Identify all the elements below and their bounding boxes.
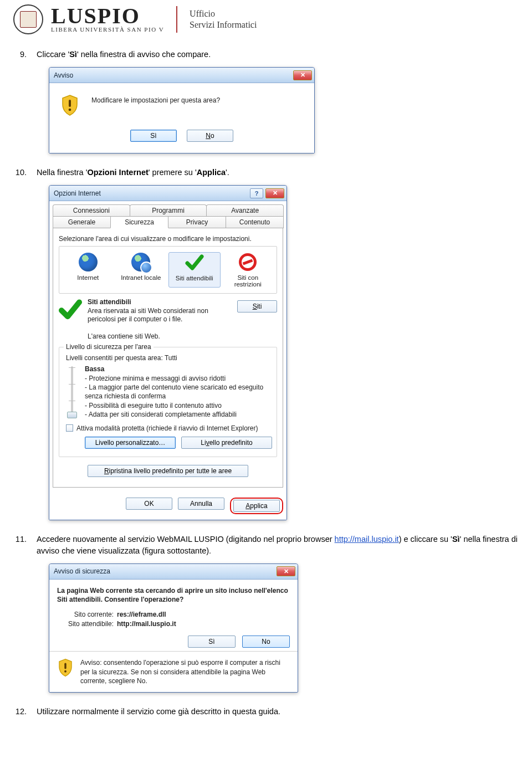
zone-intro: Selezionare l'area di cui visualizzare o… (59, 235, 277, 243)
checkmark-icon (59, 298, 82, 321)
yes-button[interactable]: Sì (130, 130, 177, 142)
custom-level-button[interactable]: Livello personalizzato… (85, 437, 176, 449)
no-button[interactable]: No (187, 130, 233, 142)
protected-mode-checkbox[interactable]: Attiva modalità protetta (richiede il ri… (66, 424, 272, 432)
step-text: Cliccare 'Sì' nella finestra di avviso c… (37, 49, 519, 60)
level-description: Bassa - Protezione minima e messaggi di … (85, 365, 272, 419)
trusted-site-row: Sito attendibile: http://mail.luspio.it (57, 620, 290, 628)
zone-selector: Internet Intranet locale (59, 246, 277, 294)
dialog-title: Avviso (54, 71, 73, 79)
svg-point-3 (64, 670, 66, 673)
step-9: 9. Cliccare 'Sì' nella finestra di avvis… (13, 49, 519, 60)
zone-intranet[interactable]: Intranet locale (116, 252, 167, 288)
step-text: Utilizzare normalmente il servizio come … (37, 706, 519, 718)
step-number: 10. (13, 167, 27, 178)
screenshot-opzioni-internet: Opzioni Internet ? ✕ Connessioni Program… (49, 185, 287, 520)
step-10: 10. Nella finestra 'Opzioni Internet' pr… (13, 167, 519, 178)
zone-restricted[interactable]: Siti conrestrizioni (223, 252, 274, 288)
dialog-title: Opzioni Internet (54, 189, 101, 197)
brand-sub: LIBERA UNIVERSITÀ SAN PIO V (51, 26, 164, 33)
screenshot-avviso-sicurezza: Avviso di sicurezza ✕ La pagina Web corr… (49, 563, 298, 693)
screenshot-avviso: Avviso ✕ Modificare le impostazioni per … (49, 67, 315, 153)
document-header: LUSPIO LIBERA UNIVERSITÀ SAN PIO V Uffic… (13, 0, 519, 47)
office-line1: Ufficio (190, 8, 257, 19)
security-warning-text: Avviso: consentendo l'operazione si può … (80, 658, 290, 685)
cancel-button[interactable]: Annulla (178, 498, 224, 510)
globe-icon (79, 253, 98, 271)
dialog-message: Modificare le impostazioni per questa ar… (91, 94, 220, 104)
svg-point-1 (69, 109, 71, 111)
siti-button[interactable]: Siti (237, 300, 277, 312)
zone-trusted[interactable]: Siti attendibili (168, 252, 221, 288)
checkmark-icon (185, 253, 204, 272)
dialog-titlebar: Opzioni Internet ? ✕ (49, 186, 287, 201)
forbidden-icon (239, 253, 257, 271)
current-site-row: Sito corrente: res://ieframe.dll (57, 611, 290, 618)
tab-generale[interactable]: Generale (53, 216, 111, 228)
security-question: La pagina Web corrente sta cercando di a… (57, 586, 290, 604)
brand-block: LUSPIO LIBERA UNIVERSITÀ SAN PIO V (51, 6, 164, 33)
step-number: 11. (13, 534, 27, 557)
divider (176, 6, 177, 33)
dialog-title: Avviso di sicurezza (54, 567, 110, 575)
close-icon[interactable]: ✕ (265, 188, 284, 198)
step-text: Nella finestra 'Opzioni Internet' premer… (37, 167, 519, 178)
tab-privacy[interactable]: Privacy (168, 216, 226, 228)
globe-local-icon (131, 253, 150, 271)
default-level-button[interactable]: Livello predefinito (181, 437, 272, 449)
tab-contenuto[interactable]: Contenuto (226, 216, 284, 228)
step-number: 9. (13, 49, 27, 60)
dialog-titlebar: Avviso di sicurezza ✕ (49, 564, 298, 580)
svg-rect-0 (69, 100, 71, 107)
reset-all-button[interactable]: Ripristina livello predefinito per tutte… (88, 465, 248, 477)
yes-button[interactable]: Sì (188, 636, 236, 648)
tab-sicurezza[interactable]: Sicurezza (110, 216, 168, 228)
close-icon[interactable]: ✕ (277, 566, 295, 576)
security-level-group: Livello di sicurezza per l'area Livelli … (59, 347, 277, 457)
step-12: 12. Utilizzare normalmente il servizio c… (13, 706, 519, 718)
checkbox-icon (66, 424, 73, 432)
apply-button[interactable]: Applica (233, 500, 280, 512)
tab-programmi[interactable]: Programmi (130, 204, 207, 216)
office-line2: Servizi Informatici (190, 19, 257, 30)
levels-allowed: Livelli consentiti per questa area: Tutt… (66, 354, 272, 362)
office-block: Ufficio Servizi Informatici (190, 8, 257, 30)
shield-warning-icon (60, 94, 79, 116)
step-11: 11. Accedere nuovamente al servizio WebM… (13, 534, 519, 557)
ok-button[interactable]: OK (126, 498, 172, 510)
highlight-applica: Applica (230, 498, 283, 514)
security-slider[interactable] (66, 365, 78, 418)
tab-avanzate[interactable]: Avanzate (206, 204, 284, 216)
webmail-link[interactable]: http://mail.luspio.it (335, 535, 399, 544)
zone-internet[interactable]: Internet (63, 252, 114, 288)
svg-rect-2 (64, 663, 66, 669)
close-icon[interactable]: ✕ (293, 70, 312, 80)
university-seal-icon (13, 4, 43, 34)
shield-warning-icon (57, 658, 74, 677)
step-number: 12. (13, 706, 27, 718)
help-icon[interactable]: ? (250, 188, 263, 198)
trusted-description: Siti attendibili Area riservata ai siti … (88, 298, 227, 341)
tab-connessioni[interactable]: Connessioni (53, 204, 130, 216)
dialog-titlebar: Avviso ✕ (49, 68, 314, 83)
step-text: Accedere nuovamente al servizio WebMAIL … (37, 534, 519, 557)
no-button[interactable]: No (242, 636, 290, 648)
brand-main: LUSPIO (51, 6, 164, 26)
